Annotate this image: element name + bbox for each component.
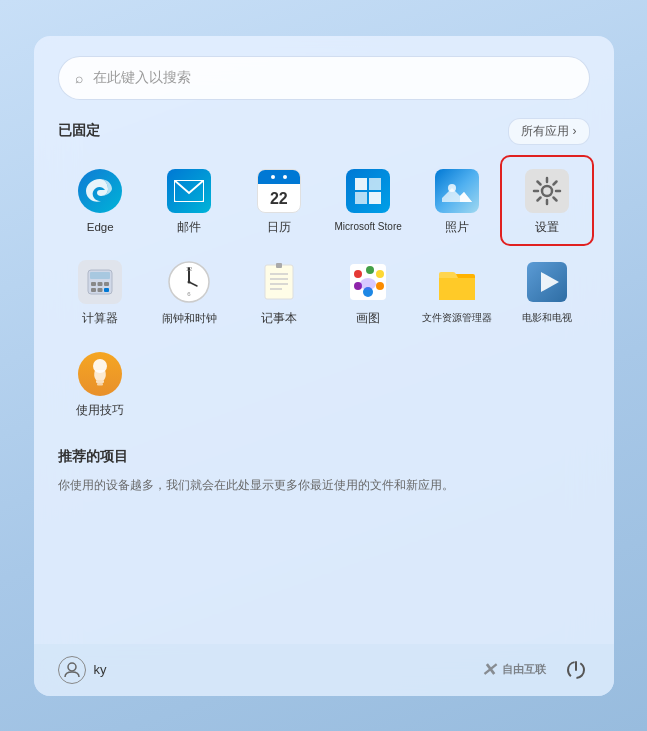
user-area[interactable]: ky [58, 656, 107, 684]
search-icon: ⌕ [75, 70, 83, 86]
svg-point-43 [354, 270, 362, 278]
edge-label: Edge [87, 221, 114, 235]
svg-point-45 [376, 270, 384, 278]
notepad-label: 记事本 [261, 312, 297, 326]
svg-rect-8 [369, 192, 381, 204]
paint-icon [344, 258, 392, 306]
app-files[interactable]: 文件资源管理器 [415, 250, 500, 334]
photos-label: 照片 [445, 221, 469, 235]
recommended-empty-text: 你使用的设备越多，我们就会在此处显示更多你最近使用的文件和新应用。 [58, 476, 590, 495]
watermark-x-icon: ✕ [481, 659, 496, 681]
chevron-icon: › [573, 124, 577, 138]
svg-rect-23 [91, 282, 96, 286]
svg-rect-6 [369, 178, 381, 190]
calculator-label: 计算器 [82, 312, 118, 326]
calendar-label: 日历 [267, 221, 291, 235]
svg-rect-28 [104, 288, 109, 292]
calculator-icon [76, 258, 124, 306]
search-placeholder: 在此键入以搜索 [93, 69, 191, 87]
edge-icon [76, 167, 124, 215]
movies-icon [523, 258, 571, 306]
calendar-icon: 22 [255, 167, 303, 215]
svg-rect-24 [98, 282, 103, 286]
svg-point-44 [366, 266, 374, 274]
app-tips[interactable]: 使用技巧 [58, 342, 143, 426]
user-icon [58, 656, 86, 684]
taskbar-bottom: ky ✕ 自由互联 [34, 644, 614, 696]
app-settings[interactable]: 设置 [504, 159, 589, 243]
svg-point-12 [542, 186, 552, 196]
pinned-apps-grid: Edge 邮件 [58, 159, 590, 426]
watermark: ✕ 自由互联 [481, 659, 546, 681]
svg-line-20 [537, 197, 540, 200]
clock-icon: 6 12 [165, 258, 213, 306]
files-icon [433, 258, 481, 306]
app-photos[interactable]: 照片 [415, 159, 500, 243]
mail-icon [165, 167, 213, 215]
power-button[interactable] [562, 656, 590, 684]
svg-line-17 [537, 181, 540, 184]
svg-rect-36 [265, 265, 293, 299]
settings-label: 设置 [535, 221, 559, 235]
pinned-section-header: 已固定 所有应用 › [58, 118, 590, 145]
svg-point-57 [68, 663, 76, 671]
svg-point-3 [271, 175, 275, 179]
power-area: ✕ 自由互联 [481, 656, 590, 684]
app-clock[interactable]: 6 12 闹钟和时钟 [147, 250, 232, 334]
recommended-title: 推荐的项目 [58, 448, 590, 466]
clock-label: 闹钟和时钟 [162, 312, 217, 325]
settings-icon [523, 167, 571, 215]
app-paint[interactable]: 画图 [326, 250, 411, 334]
svg-rect-7 [355, 192, 367, 204]
svg-rect-26 [91, 288, 96, 292]
tips-icon [76, 350, 124, 398]
paint-label: 画图 [356, 312, 380, 326]
tips-label: 使用技巧 [76, 404, 124, 418]
user-name: ky [94, 662, 107, 677]
svg-rect-50 [439, 278, 475, 300]
start-menu: ⌕ 在此键入以搜索 已固定 所有应用 › [34, 36, 614, 696]
app-movies[interactable]: 电影和电视 [504, 250, 589, 334]
photos-icon [433, 167, 481, 215]
svg-rect-55 [96, 380, 104, 383]
svg-rect-22 [90, 272, 110, 279]
app-edge[interactable]: Edge [58, 159, 143, 243]
store-icon [344, 167, 392, 215]
pinned-title: 已固定 [58, 122, 100, 140]
svg-line-18 [553, 197, 556, 200]
files-label: 文件资源管理器 [422, 312, 492, 324]
svg-rect-27 [98, 288, 103, 292]
movies-label: 电影和电视 [522, 312, 572, 324]
watermark-text: 自由互联 [502, 663, 546, 676]
app-notepad[interactable]: 记事本 [236, 250, 321, 334]
svg-marker-11 [460, 192, 472, 202]
svg-line-19 [553, 181, 556, 184]
svg-rect-41 [276, 263, 282, 268]
svg-point-48 [376, 282, 384, 290]
svg-rect-5 [355, 178, 367, 190]
app-calculator[interactable]: 计算器 [58, 250, 143, 334]
all-apps-label: 所有应用 [521, 123, 569, 140]
recommended-section: 推荐的项目 你使用的设备越多，我们就会在此处显示更多你最近使用的文件和新应用。 [58, 448, 590, 495]
app-mail[interactable]: 邮件 [147, 159, 232, 243]
all-apps-button[interactable]: 所有应用 › [508, 118, 590, 145]
svg-rect-25 [104, 282, 109, 286]
svg-rect-56 [97, 383, 103, 386]
notepad-icon [255, 258, 303, 306]
app-store[interactable]: Microsoft Store [326, 159, 411, 243]
app-calendar[interactable]: 22 日历 [236, 159, 321, 243]
search-bar[interactable]: ⌕ 在此键入以搜索 [58, 56, 590, 100]
store-label: Microsoft Store [335, 221, 402, 233]
mail-label: 邮件 [177, 221, 201, 235]
svg-point-4 [283, 175, 287, 179]
svg-text:12: 12 [186, 266, 193, 272]
